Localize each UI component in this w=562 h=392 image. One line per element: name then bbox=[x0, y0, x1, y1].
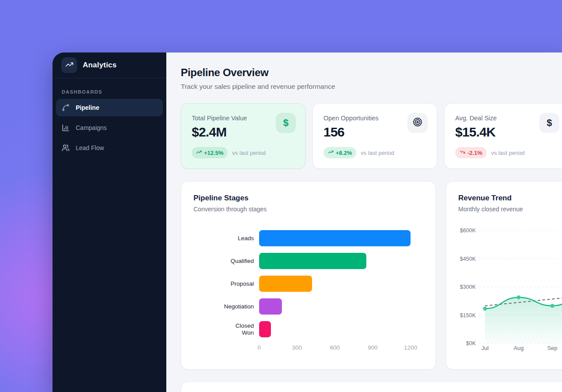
stage-track bbox=[259, 321, 423, 337]
stage-track bbox=[259, 276, 423, 292]
trending-up-icon bbox=[196, 149, 202, 156]
revenue-trend-chart: $0K$150K$300K$450K$600KJulAugSep bbox=[458, 221, 562, 354]
y-axis-tick: $450K bbox=[460, 256, 476, 262]
kpi-icon-box: $ bbox=[276, 113, 296, 133]
sidebar-item-label: Campaigns bbox=[76, 124, 107, 131]
y-axis-tick: $150K bbox=[460, 312, 476, 318]
page-subtitle: Track your sales pipeline and revenue pe… bbox=[181, 83, 562, 91]
data-point[interactable] bbox=[551, 304, 555, 308]
x-axis-tick: Sep bbox=[547, 345, 557, 351]
sidebar-item-label: Lead Flow bbox=[76, 144, 104, 151]
chart-subtitle: Monthly closed revenue bbox=[458, 206, 562, 213]
comparison-label: vs last period bbox=[491, 150, 525, 156]
stage-row: Negotiation bbox=[193, 298, 423, 315]
comparison-label: vs last period bbox=[361, 150, 394, 156]
stage-track bbox=[259, 298, 423, 315]
dollar-icon: $ bbox=[547, 117, 552, 129]
x-axis-tick: 600 bbox=[330, 344, 340, 351]
users-icon bbox=[62, 144, 70, 152]
x-axis-tick: 0 bbox=[257, 344, 261, 351]
stage-row: Proposal bbox=[193, 276, 423, 292]
app-title: Analytics bbox=[83, 61, 116, 70]
delta-badge: +12.5% bbox=[192, 147, 228, 158]
stage-label: Qualified bbox=[193, 258, 259, 265]
sidebar-nav: PipelineCampaignsLead Flow bbox=[53, 99, 166, 159]
kpi-footer: -2.1%vs last period bbox=[455, 147, 558, 158]
main-content: Pipeline Overview Track your sales pipel… bbox=[166, 52, 562, 392]
stage-label: Proposal bbox=[193, 280, 259, 287]
target-icon bbox=[412, 117, 423, 129]
stage-bar[interactable] bbox=[259, 321, 271, 337]
charts-row: Pipeline Stages Conversion through stage… bbox=[181, 181, 562, 370]
stage-bar[interactable] bbox=[259, 230, 411, 246]
delta-badge: -2.1% bbox=[455, 147, 487, 158]
comparison-label: vs last period bbox=[232, 150, 266, 156]
divider bbox=[53, 78, 166, 78]
kpi-row: Total Pipeline Value$2.4M$+12.5%vs last … bbox=[181, 103, 562, 169]
trending-up-icon bbox=[328, 149, 334, 156]
trending-up-icon bbox=[65, 60, 74, 70]
kpi-card-open-opportunities: Open Opportunities156+8.2%vs last period bbox=[313, 103, 437, 169]
chart-title: Pipeline Stages bbox=[193, 194, 423, 203]
spline-icon bbox=[62, 104, 70, 112]
data-point[interactable] bbox=[517, 295, 521, 299]
delta-badge: +8.2% bbox=[323, 147, 356, 158]
x-axis-tick: Aug bbox=[513, 345, 523, 351]
stage-bar[interactable] bbox=[259, 253, 366, 269]
app-window: Analytics DASHBOARDS PipelineCampaignsLe… bbox=[53, 52, 562, 392]
kpi-footer: +12.5%vs last period bbox=[192, 147, 295, 158]
x-axis-tick: Jul bbox=[481, 345, 489, 351]
sidebar-item-label: Pipeline bbox=[76, 104, 99, 111]
bottom-card-partial bbox=[181, 382, 562, 392]
kpi-icon-box bbox=[407, 113, 428, 133]
sidebar-header: Analytics bbox=[53, 52, 166, 78]
kpi-footer: +8.2%vs last period bbox=[323, 147, 426, 158]
chart-title: Revenue Trend bbox=[458, 194, 562, 203]
revenue-line-svg[interactable]: $0K$150K$300K$450K$600KJulAugSep bbox=[458, 221, 562, 353]
kpi-card-avg-deal-size: Avg. Deal Size$15.4K$-2.1%vs last period bbox=[444, 103, 562, 169]
sidebar-item-lead-flow[interactable]: Lead Flow bbox=[56, 139, 163, 157]
pipeline-stages-card: Pipeline Stages Conversion through stage… bbox=[181, 181, 436, 370]
revenue-trend-card: Revenue Trend Monthly closed revenue $0K… bbox=[446, 181, 562, 370]
kpi-icon-box: $ bbox=[539, 113, 559, 133]
stage-track bbox=[259, 253, 423, 269]
y-axis-tick: $0K bbox=[466, 340, 476, 346]
kpi-card-total-pipeline-value: Total Pipeline Value$2.4M$+12.5%vs last … bbox=[181, 103, 306, 169]
trending-down-icon bbox=[460, 149, 465, 156]
sidebar-section-label: DASHBOARDS bbox=[53, 89, 166, 94]
stage-track bbox=[259, 230, 423, 246]
sidebar: Analytics DASHBOARDS PipelineCampaignsLe… bbox=[53, 52, 166, 392]
x-axis-tick: 900 bbox=[368, 344, 378, 351]
page-title: Pipeline Overview bbox=[181, 66, 562, 79]
sidebar-item-campaigns[interactable]: Campaigns bbox=[56, 119, 163, 136]
stage-row: Closed Won bbox=[193, 321, 423, 337]
x-axis: 03006009001200 bbox=[259, 344, 423, 352]
stage-row: Qualified bbox=[193, 253, 423, 269]
data-point[interactable] bbox=[483, 307, 487, 311]
stage-bar[interactable] bbox=[259, 298, 282, 315]
stage-label: Closed Won bbox=[193, 322, 259, 336]
x-axis-tick: 1200 bbox=[404, 344, 417, 351]
y-axis-tick: $600K bbox=[460, 228, 476, 234]
stage-label: Negotiation bbox=[193, 303, 259, 310]
x-axis-tick: 300 bbox=[292, 344, 302, 351]
sidebar-item-pipeline[interactable]: Pipeline bbox=[56, 99, 163, 116]
stage-row: Leads bbox=[193, 230, 423, 246]
dollar-icon: $ bbox=[283, 117, 288, 129]
bar-chart-icon bbox=[62, 124, 70, 132]
pipeline-stages-chart: LeadsQualifiedProposalNegotiationClosed … bbox=[193, 230, 423, 352]
stage-bar[interactable] bbox=[259, 276, 312, 292]
stage-label: Leads bbox=[193, 235, 259, 242]
y-axis-tick: $300K bbox=[460, 284, 476, 290]
app-logo[interactable] bbox=[61, 57, 77, 73]
chart-subtitle: Conversion through stages bbox=[193, 206, 423, 213]
